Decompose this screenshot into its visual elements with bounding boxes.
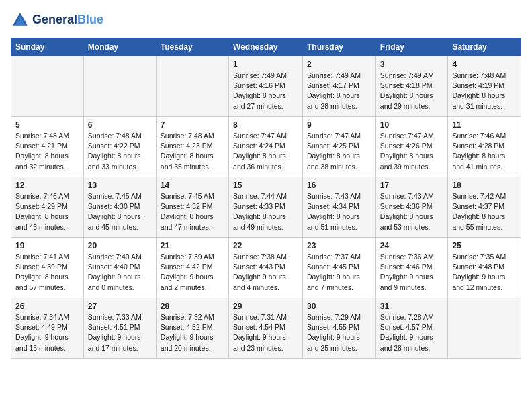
logo-icon [11, 11, 30, 30]
day-number: 4 [452, 60, 517, 69]
cell-content: Sunrise: 7:43 AM Sunset: 4:34 PM Dayligh… [307, 191, 371, 232]
day-number: 19 [15, 241, 79, 250]
calendar-cell: 18Sunrise: 7:42 AM Sunset: 4:37 PM Dayli… [448, 177, 521, 238]
calendar-cell: 13Sunrise: 7:45 AM Sunset: 4:30 PM Dayli… [83, 177, 156, 238]
calendar-cell: 8Sunrise: 7:47 AM Sunset: 4:24 PM Daylig… [229, 117, 303, 177]
cell-content: Sunrise: 7:36 AM Sunset: 4:46 PM Dayligh… [380, 252, 444, 293]
calendar-cell: 29Sunrise: 7:31 AM Sunset: 4:54 PM Dayli… [229, 298, 303, 359]
cell-content: Sunrise: 7:32 AM Sunset: 4:52 PM Dayligh… [161, 312, 224, 353]
day-number: 31 [380, 302, 444, 311]
cell-content: Sunrise: 7:41 AM Sunset: 4:39 PM Dayligh… [15, 252, 79, 293]
day-number: 8 [233, 120, 298, 130]
calendar-week-5: 26Sunrise: 7:34 AM Sunset: 4:49 PM Dayli… [11, 298, 521, 359]
calendar-header-row: SundayMondayTuesdayWednesdayThursdayFrid… [11, 38, 521, 56]
cell-content: Sunrise: 7:49 AM Sunset: 4:17 PM Dayligh… [307, 71, 371, 111]
day-number: 20 [88, 241, 152, 250]
day-number: 7 [161, 120, 224, 130]
day-header-thursday: Thursday [303, 38, 376, 56]
calendar-cell: 24Sunrise: 7:36 AM Sunset: 4:46 PM Dayli… [375, 238, 448, 298]
cell-content: Sunrise: 7:39 AM Sunset: 4:42 PM Dayligh… [161, 252, 224, 293]
calendar-cell: 2Sunrise: 7:49 AM Sunset: 4:17 PM Daylig… [303, 56, 376, 117]
calendar-cell: 15Sunrise: 7:44 AM Sunset: 4:33 PM Dayli… [229, 177, 303, 238]
calendar-week-3: 12Sunrise: 7:46 AM Sunset: 4:29 PM Dayli… [11, 177, 521, 238]
day-number: 3 [380, 60, 444, 69]
day-number: 16 [307, 181, 371, 190]
calendar-cell: 20Sunrise: 7:40 AM Sunset: 4:40 PM Dayli… [83, 238, 156, 298]
cell-content: Sunrise: 7:37 AM Sunset: 4:45 PM Dayligh… [307, 252, 371, 293]
calendar-cell: 26Sunrise: 7:34 AM Sunset: 4:49 PM Dayli… [11, 298, 84, 359]
calendar-cell: 4Sunrise: 7:48 AM Sunset: 4:19 PM Daylig… [448, 56, 521, 117]
day-number: 6 [88, 120, 152, 130]
day-number: 15 [233, 181, 298, 190]
cell-content: Sunrise: 7:29 AM Sunset: 4:55 PM Dayligh… [307, 312, 371, 353]
calendar-week-1: 1Sunrise: 7:49 AM Sunset: 4:16 PM Daylig… [11, 56, 521, 117]
day-number: 23 [307, 241, 371, 250]
calendar-cell [11, 56, 84, 117]
cell-content: Sunrise: 7:28 AM Sunset: 4:57 PM Dayligh… [380, 312, 444, 353]
day-number: 9 [307, 120, 371, 130]
day-number: 29 [233, 302, 298, 311]
calendar-table: SundayMondayTuesdayWednesdayThursdayFrid… [11, 38, 521, 359]
calendar-cell: 9Sunrise: 7:47 AM Sunset: 4:25 PM Daylig… [303, 117, 376, 177]
day-number: 24 [380, 241, 444, 250]
calendar-cell: 23Sunrise: 7:37 AM Sunset: 4:45 PM Dayli… [303, 238, 376, 298]
calendar-cell: 27Sunrise: 7:33 AM Sunset: 4:51 PM Dayli… [83, 298, 156, 359]
day-number: 26 [15, 302, 79, 311]
cell-content: Sunrise: 7:48 AM Sunset: 4:22 PM Dayligh… [88, 131, 152, 172]
calendar-week-4: 19Sunrise: 7:41 AM Sunset: 4:39 PM Dayli… [11, 238, 521, 298]
calendar-cell: 25Sunrise: 7:35 AM Sunset: 4:48 PM Dayli… [448, 238, 521, 298]
cell-content: Sunrise: 7:47 AM Sunset: 4:26 PM Dayligh… [380, 131, 444, 172]
cell-content: Sunrise: 7:48 AM Sunset: 4:23 PM Dayligh… [161, 131, 224, 172]
calendar-cell: 12Sunrise: 7:46 AM Sunset: 4:29 PM Dayli… [11, 177, 84, 238]
day-header-friday: Friday [375, 38, 448, 56]
cell-content: Sunrise: 7:45 AM Sunset: 4:32 PM Dayligh… [161, 191, 224, 232]
day-number: 30 [307, 302, 371, 311]
day-number: 14 [161, 181, 224, 190]
calendar-cell: 22Sunrise: 7:38 AM Sunset: 4:43 PM Dayli… [229, 238, 303, 298]
calendar-cell: 19Sunrise: 7:41 AM Sunset: 4:39 PM Dayli… [11, 238, 84, 298]
cell-content: Sunrise: 7:42 AM Sunset: 4:37 PM Dayligh… [452, 191, 517, 232]
day-number: 12 [15, 181, 79, 190]
cell-content: Sunrise: 7:46 AM Sunset: 4:28 PM Dayligh… [452, 131, 517, 172]
calendar-cell: 3Sunrise: 7:49 AM Sunset: 4:18 PM Daylig… [375, 56, 448, 117]
calendar-cell [83, 56, 156, 117]
calendar-cell: 16Sunrise: 7:43 AM Sunset: 4:34 PM Dayli… [303, 177, 376, 238]
calendar-cell: 28Sunrise: 7:32 AM Sunset: 4:52 PM Dayli… [156, 298, 228, 359]
day-number: 17 [380, 181, 444, 190]
logo-text: GeneralBlue [32, 13, 103, 27]
cell-content: Sunrise: 7:44 AM Sunset: 4:33 PM Dayligh… [233, 191, 298, 232]
day-number: 10 [380, 120, 444, 130]
cell-content: Sunrise: 7:40 AM Sunset: 4:40 PM Dayligh… [88, 252, 152, 293]
day-header-monday: Monday [83, 38, 156, 56]
calendar-cell: 21Sunrise: 7:39 AM Sunset: 4:42 PM Dayli… [156, 238, 228, 298]
cell-content: Sunrise: 7:43 AM Sunset: 4:36 PM Dayligh… [380, 191, 444, 232]
cell-content: Sunrise: 7:48 AM Sunset: 4:21 PM Dayligh… [15, 131, 79, 172]
day-number: 1 [233, 60, 298, 69]
day-number: 13 [88, 181, 152, 190]
day-number: 27 [88, 302, 152, 311]
calendar-cell: 10Sunrise: 7:47 AM Sunset: 4:26 PM Dayli… [375, 117, 448, 177]
calendar-cell [448, 298, 521, 359]
calendar-cell: 1Sunrise: 7:49 AM Sunset: 4:16 PM Daylig… [229, 56, 303, 117]
calendar-cell: 30Sunrise: 7:29 AM Sunset: 4:55 PM Dayli… [303, 298, 376, 359]
cell-content: Sunrise: 7:47 AM Sunset: 4:25 PM Dayligh… [307, 131, 371, 172]
calendar-cell: 31Sunrise: 7:28 AM Sunset: 4:57 PM Dayli… [375, 298, 448, 359]
day-number: 28 [161, 302, 224, 311]
day-header-wednesday: Wednesday [229, 38, 303, 56]
calendar-cell: 17Sunrise: 7:43 AM Sunset: 4:36 PM Dayli… [375, 177, 448, 238]
cell-content: Sunrise: 7:46 AM Sunset: 4:29 PM Dayligh… [15, 191, 79, 232]
calendar-cell: 7Sunrise: 7:48 AM Sunset: 4:23 PM Daylig… [156, 117, 228, 177]
cell-content: Sunrise: 7:35 AM Sunset: 4:48 PM Dayligh… [452, 252, 517, 293]
page-header: GeneralBlue [11, 11, 521, 30]
cell-content: Sunrise: 7:49 AM Sunset: 4:16 PM Dayligh… [233, 71, 298, 111]
day-number: 21 [161, 241, 224, 250]
calendar-cell: 14Sunrise: 7:45 AM Sunset: 4:32 PM Dayli… [156, 177, 228, 238]
cell-content: Sunrise: 7:45 AM Sunset: 4:30 PM Dayligh… [88, 191, 152, 232]
cell-content: Sunrise: 7:49 AM Sunset: 4:18 PM Dayligh… [380, 71, 444, 111]
cell-content: Sunrise: 7:31 AM Sunset: 4:54 PM Dayligh… [233, 312, 298, 353]
day-header-saturday: Saturday [448, 38, 521, 56]
day-header-sunday: Sunday [11, 38, 84, 56]
calendar-cell: 5Sunrise: 7:48 AM Sunset: 4:21 PM Daylig… [11, 117, 84, 177]
calendar-cell: 11Sunrise: 7:46 AM Sunset: 4:28 PM Dayli… [448, 117, 521, 177]
cell-content: Sunrise: 7:48 AM Sunset: 4:19 PM Dayligh… [452, 71, 517, 111]
